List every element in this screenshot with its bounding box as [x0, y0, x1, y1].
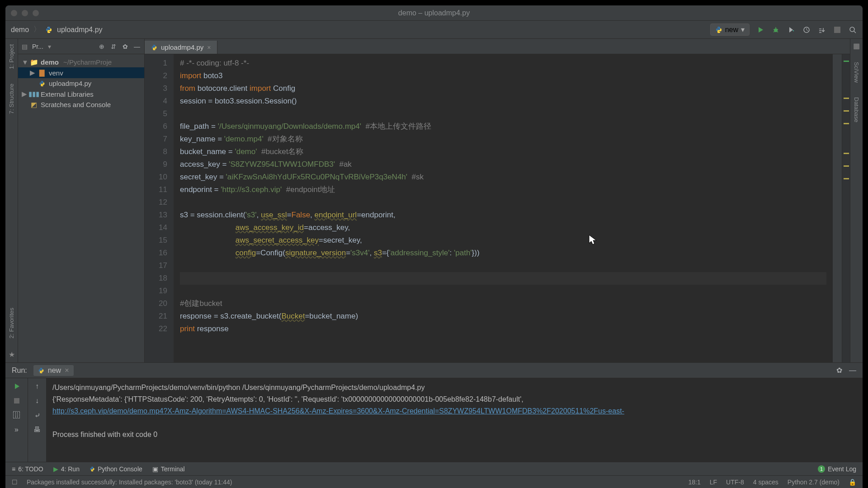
lock-icon[interactable]: 🔒 — [849, 479, 856, 486]
line-separator[interactable]: LF — [710, 479, 717, 486]
wrap-icon[interactable]: ⤶ — [33, 411, 42, 420]
indent-setting[interactable]: 4 spaces — [753, 479, 778, 486]
python-icon — [90, 466, 95, 472]
gear-icon[interactable]: ✿ — [122, 43, 129, 50]
editor-tabs: uploadmp4.py × — [145, 39, 850, 54]
tree-script[interactable]: uploadmp4.py — [18, 78, 144, 89]
tree-root-label: demo — [41, 58, 59, 66]
minimap-strip — [833, 54, 842, 362]
hide-icon[interactable]: — — [133, 43, 141, 50]
run-tab-label: new — [48, 366, 61, 375]
stop-button[interactable] — [833, 25, 842, 34]
close-icon[interactable]: × — [207, 44, 211, 51]
run-tool-window: Run: new × ✿ — ⿲ » ↑ ↓ ⤶ 🖶 /Use — [5, 362, 863, 462]
breadcrumb-project[interactable]: demo — [11, 26, 29, 34]
tree-root[interactable]: ▼ 📁 demo ~/PycharmProje — [18, 57, 144, 67]
python-interpreter[interactable]: Python 2.7 (demo) — [788, 479, 840, 486]
run-button[interactable] — [756, 25, 765, 34]
layout-button[interactable]: ⿲ — [12, 411, 21, 420]
notification-badge: 1 — [818, 465, 825, 473]
project-view-icon: ▤ — [22, 43, 28, 50]
code-editor[interactable]: # -*- coding: utf-8 -*- import boto3 fro… — [174, 54, 833, 362]
tree-venv-label: venv — [49, 69, 63, 77]
run-config-selector[interactable]: new ▾ — [710, 23, 750, 36]
debug-button[interactable] — [771, 25, 780, 34]
svg-point-5 — [850, 27, 854, 32]
run-tab-bottom[interactable]: ▶4: Run — [53, 465, 80, 473]
editor-area: uploadmp4.py × 1234567891011121314151617… — [145, 39, 850, 362]
terminal-tab[interactable]: ▣Terminal — [152, 465, 185, 473]
tree-ext-libs-label: External Libraries — [41, 90, 94, 98]
output-line: /Users/qinmuyang/PycharmProjects/demo/ve… — [52, 384, 425, 391]
scratches-icon: ◩ — [30, 101, 38, 108]
up-icon[interactable]: ↑ — [33, 382, 42, 391]
svg-rect-6 — [14, 398, 19, 404]
collapse-all-icon[interactable]: ⇵ — [110, 43, 117, 50]
project-tree[interactable]: ▼ 📁 demo ~/PycharmProje ▶ ▇ venv uploadm… — [18, 54, 144, 113]
run-label: Run: — [12, 366, 27, 375]
status-icon[interactable]: ☐ — [12, 479, 18, 486]
tree-script-label: uploadmp4.py — [49, 80, 91, 87]
folder-icon: 📁 — [30, 59, 38, 66]
breadcrumb[interactable]: demo 〉 uploadmp4.py — [11, 25, 103, 34]
output-exit: Process finished with exit code 0 — [52, 431, 157, 438]
tree-root-path: ~/PycharmProje — [63, 58, 112, 66]
error-stripe[interactable] — [842, 54, 850, 362]
coverage-button[interactable] — [787, 25, 796, 34]
python-file-icon — [38, 80, 46, 87]
right-tool-rail: ▦ SciView Database — [850, 39, 863, 362]
structure-tool-button[interactable]: 7: Structure — [8, 81, 15, 117]
svg-point-1 — [49, 32, 50, 32]
python-file-icon — [45, 26, 52, 33]
svg-point-0 — [47, 27, 48, 28]
star-icon: ★ — [9, 350, 15, 359]
window-titlebar: demo – uploadmp4.py — [5, 5, 863, 21]
tree-scratches[interactable]: ◩ Scratches and Console — [18, 99, 144, 110]
run-output[interactable]: /Users/qinmuyang/PycharmProjects/demo/ve… — [46, 378, 863, 462]
close-icon[interactable]: × — [65, 366, 69, 375]
rerun-button[interactable] — [12, 382, 21, 391]
down-icon[interactable]: ↓ — [33, 396, 42, 405]
sciview-tool-button[interactable]: SciView — [853, 59, 860, 85]
output-link[interactable]: http://s3.ceph.vip/demo/demo.mp4?X-Amz-A… — [52, 407, 624, 415]
favorites-tool-button[interactable]: 2: Favorites — [8, 305, 15, 341]
stop-button[interactable] — [12, 396, 21, 405]
traffic-zoom[interactable] — [33, 10, 39, 16]
project-view-label[interactable]: Pr... — [32, 43, 43, 50]
bottom-tool-tabs: ≡6: TODO ▶4: Run Python Console ▣Termina… — [5, 462, 863, 475]
caret-position[interactable]: 18:1 — [689, 479, 701, 486]
chevron-down-icon: ▾ — [48, 43, 51, 50]
more-button[interactable]: » — [12, 425, 21, 434]
breadcrumb-file[interactable]: uploadmp4.py — [57, 26, 103, 34]
gear-icon[interactable]: ✿ — [835, 367, 843, 374]
print-icon[interactable]: 🖶 — [33, 425, 42, 434]
project-tool-button[interactable]: 1: Project — [8, 42, 15, 72]
window-title: demo – uploadmp4.py — [398, 9, 470, 17]
tree-venv[interactable]: ▶ ▇ venv — [18, 67, 144, 78]
hide-icon[interactable]: — — [849, 367, 856, 374]
locate-icon[interactable]: ⊕ — [98, 43, 105, 50]
line-gutter[interactable]: 12345678910111213141516171819202122 — [145, 54, 174, 362]
tree-ext-libs[interactable]: ▶ ▮▮▮ External Libraries — [18, 89, 144, 99]
file-encoding[interactable]: UTF-8 — [726, 479, 744, 486]
svg-point-2 — [774, 28, 778, 32]
python-icon — [715, 26, 722, 33]
python-console-tab[interactable]: Python Console — [90, 465, 142, 473]
grid-icon[interactable]: ▦ — [853, 42, 860, 50]
output-line: {'ResponseMetadata': {'HTTPStatusCode': … — [52, 395, 524, 403]
todo-tab[interactable]: ≡6: TODO — [12, 465, 43, 473]
left-tool-rail: 1: Project 7: Structure 2: Favorites ★ — [5, 39, 18, 362]
database-tool-button[interactable]: Database — [853, 94, 860, 125]
profile-button[interactable] — [802, 25, 811, 34]
python-file-icon — [151, 44, 157, 51]
chevron-down-icon: ▾ — [741, 25, 745, 34]
run-tab[interactable]: new × — [33, 365, 74, 376]
search-everywhere-button[interactable] — [848, 25, 857, 34]
traffic-close[interactable] — [11, 10, 17, 16]
tree-scratches-label: Scratches and Console — [41, 101, 111, 108]
event-log-tab[interactable]: 1Event Log — [818, 465, 856, 473]
attach-button[interactable] — [817, 25, 826, 34]
project-tool-window: ▤ Pr... ▾ ⊕ ⇵ ✿ — ▼ 📁 demo ~/PycharmProj… — [18, 39, 145, 362]
editor-tab[interactable]: uploadmp4.py × — [145, 41, 217, 54]
traffic-minimize[interactable] — [22, 10, 28, 16]
